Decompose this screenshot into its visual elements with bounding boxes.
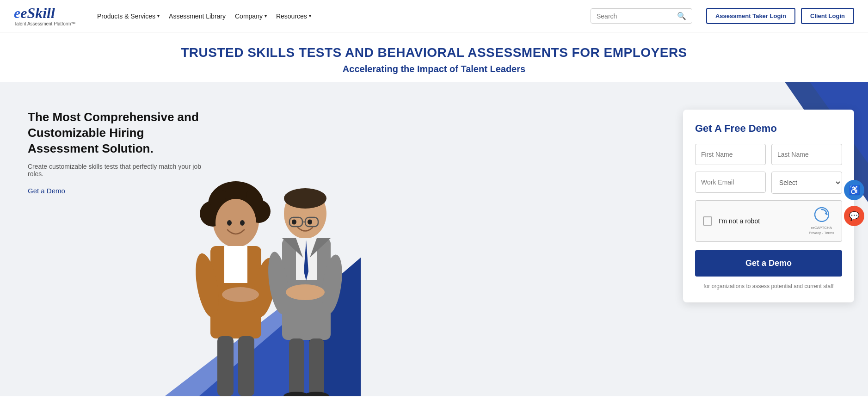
chat-icon: 💬 xyxy=(849,211,859,221)
logo-text: eeSkill xyxy=(14,6,83,20)
chat-button[interactable]: 💬 xyxy=(844,206,864,226)
search-bar: 🔍 xyxy=(591,8,692,24)
svg-point-18 xyxy=(284,188,326,209)
last-name-field xyxy=(771,144,842,165)
people-svg xyxy=(139,128,407,396)
recaptcha-links: Privacy - Terms xyxy=(809,231,834,235)
chevron-down-icon: ▾ xyxy=(157,13,160,18)
select-field: Select 1-10 11-50 51-200 201-500 500+ xyxy=(771,172,842,194)
recaptcha-label: I'm not a robot xyxy=(719,217,802,225)
right-section: Get A Free Demo Select 1-10 11-50 xyxy=(674,82,868,396)
recaptcha-brand: reCAPTCHA xyxy=(811,226,832,230)
search-icon: 🔍 xyxy=(677,12,686,20)
form-footer-text: for organizations to assess potential an… xyxy=(695,283,842,289)
work-email-input[interactable] xyxy=(695,172,766,193)
nav-company[interactable]: Company ▾ xyxy=(235,12,267,20)
side-buttons: ♿ 💬 xyxy=(844,180,868,226)
nav-products[interactable]: Products & Services ▾ xyxy=(97,12,160,20)
svg-point-9 xyxy=(240,220,245,226)
accessibility-icon: ♿ xyxy=(849,185,860,196)
hero-heading: TRUSTED SKILLS TESTS AND BEHAVIORAL ASSE… xyxy=(9,45,859,60)
svg-point-22 xyxy=(292,220,296,225)
svg-point-8 xyxy=(227,220,232,226)
demo-form-card: Get A Free Demo Select 1-10 11-50 xyxy=(683,110,854,302)
get-demo-link[interactable]: Get a Demo xyxy=(28,187,65,195)
main-nav: Products & Services ▾ Assessment Library… xyxy=(97,12,577,20)
recaptcha-icon xyxy=(814,207,829,225)
chevron-down-icon-2: ▾ xyxy=(265,13,267,18)
recaptcha-widget: I'm not a robot reCAPTCHA Privacy - Term… xyxy=(695,200,842,242)
recaptcha-checkbox[interactable] xyxy=(703,216,712,226)
header: eeSkill Talent Assessment Platform™ Prod… xyxy=(0,0,868,32)
svg-rect-11 xyxy=(224,246,247,283)
get-demo-button[interactable]: Get a Demo xyxy=(695,250,842,277)
svg-rect-16 xyxy=(238,336,254,396)
name-row xyxy=(695,144,842,165)
svg-point-31 xyxy=(286,284,325,300)
nav-resources[interactable]: Resources ▾ xyxy=(276,12,311,20)
svg-rect-33 xyxy=(309,338,324,396)
man-figure xyxy=(265,188,345,396)
main-content: The Most Comprehensive and Customizable … xyxy=(0,82,868,396)
client-login-button[interactable]: Client Login xyxy=(801,8,854,24)
hero-banner: TRUSTED SKILLS TESTS AND BEHAVIORAL ASSE… xyxy=(0,32,868,82)
search-input[interactable] xyxy=(597,12,673,20)
svg-rect-32 xyxy=(289,338,304,396)
svg-point-23 xyxy=(308,220,312,225)
hero-subheading: Accelerating the Impact of Talent Leader… xyxy=(9,64,859,74)
logo-subtitle: Talent Assessment Platform™ xyxy=(14,21,83,26)
svg-marker-37 xyxy=(825,212,828,215)
accessibility-button[interactable]: ♿ xyxy=(844,180,864,200)
logo[interactable]: eeSkill Talent Assessment Platform™ xyxy=(14,6,83,26)
nav-assessment-library[interactable]: Assessment Library xyxy=(169,12,226,20)
chevron-down-icon-3: ▾ xyxy=(309,13,311,18)
first-name-input[interactable] xyxy=(695,144,766,165)
left-section: The Most Comprehensive and Customizable … xyxy=(0,82,674,396)
assessment-taker-login-button[interactable]: Assessment Taker Login xyxy=(706,8,795,24)
email-select-row: Select 1-10 11-50 51-200 201-500 500+ xyxy=(695,172,842,194)
svg-rect-15 xyxy=(217,336,234,396)
svg-point-7 xyxy=(215,199,256,247)
recaptcha-logo: reCAPTCHA Privacy - Terms xyxy=(809,207,834,235)
people-illustration xyxy=(92,110,393,396)
woman-figure xyxy=(191,181,280,396)
first-name-field xyxy=(695,144,766,165)
header-buttons: Assessment Taker Login Client Login xyxy=(706,8,854,24)
svg-point-14 xyxy=(222,287,259,302)
svg-point-35 xyxy=(303,392,329,396)
last-name-input[interactable] xyxy=(771,144,842,165)
work-email-field xyxy=(695,172,766,194)
form-title: Get A Free Demo xyxy=(695,123,842,135)
company-size-select[interactable]: Select 1-10 11-50 51-200 201-500 500+ xyxy=(771,172,842,194)
